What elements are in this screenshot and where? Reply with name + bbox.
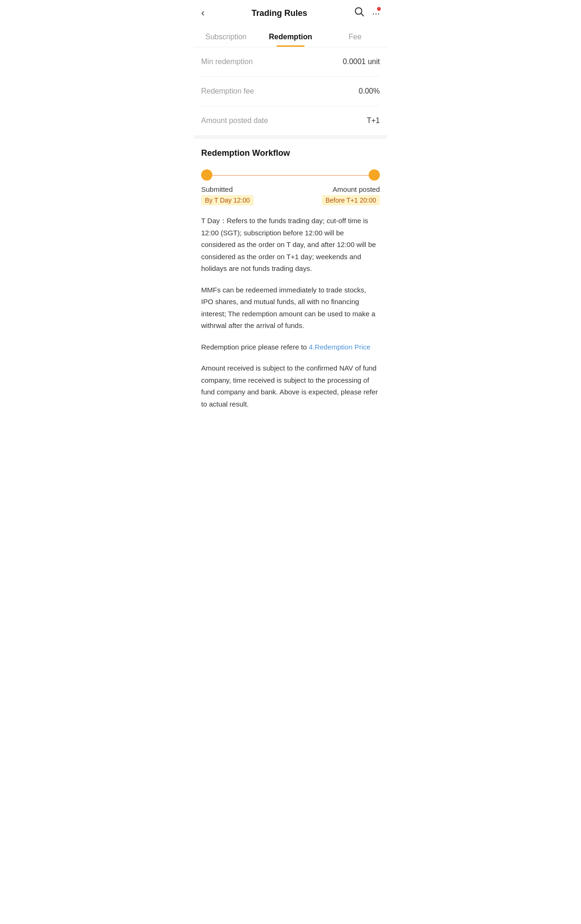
tab-fee[interactable]: Fee — [323, 26, 387, 47]
min-redemption-label: Min redemption — [201, 58, 253, 66]
amount-posted-row: Amount posted date T+1 — [201, 106, 380, 135]
page-title: Trading Rules — [252, 8, 307, 18]
search-button[interactable] — [354, 7, 364, 20]
description-section: T Day：Refers to the funds trading day; c… — [194, 205, 387, 419]
amount-posted-value: T+1 — [367, 116, 380, 125]
timeline-label-amount-posted: Amount posted Before T+1 20:00 — [322, 185, 380, 205]
tab-redemption[interactable]: Redemption — [258, 26, 323, 47]
timeline-dot-end — [369, 169, 380, 181]
redemption-fee-label: Redemption fee — [201, 87, 254, 95]
more-button[interactable]: ··· — [372, 8, 380, 19]
header-actions: ··· — [354, 7, 380, 20]
amount-posted-title: Amount posted — [322, 185, 380, 193]
timeline-dot-start — [201, 169, 212, 181]
timeline-dots — [201, 169, 380, 181]
tab-bar: Subscription Redemption Fee — [194, 26, 387, 47]
back-button[interactable]: ‹ — [201, 7, 204, 19]
info-section: Min redemption 0.0001 unit Redemption fe… — [194, 47, 387, 135]
timeline-label-submitted: Submitted By T Day 12:00 — [201, 185, 254, 205]
submitted-title: Submitted — [201, 185, 254, 193]
desc-para-1: T Day：Refers to the funds trading day; c… — [201, 215, 380, 275]
desc-para-2: MMFs can be redeemed immediately to trad… — [201, 284, 380, 332]
desc-para-3: Redemption price please refere to 4.Rede… — [201, 341, 380, 353]
timeline — [201, 169, 380, 181]
redemption-fee-row: Redemption fee 0.00% — [201, 77, 380, 106]
workflow-section: Redemption Workflow Submitted By T Day 1… — [194, 139, 387, 205]
search-icon — [354, 7, 364, 17]
redemption-fee-value: 0.00% — [359, 87, 380, 95]
workflow-title: Redemption Workflow — [201, 148, 380, 158]
amount-posted-label: Amount posted date — [201, 116, 268, 125]
amount-posted-sub: Before T+1 20:00 — [322, 195, 380, 205]
min-redemption-row: Min redemption 0.0001 unit — [201, 47, 380, 77]
notification-dot — [377, 7, 381, 11]
svg-line-1 — [361, 14, 364, 16]
min-redemption-value: 0.0001 unit — [343, 58, 380, 66]
header: ‹ Trading Rules ··· — [194, 0, 387, 26]
submitted-sub: By T Day 12:00 — [201, 195, 254, 205]
desc-para-4: Amount received is subject to the confir… — [201, 362, 380, 410]
timeline-labels: Submitted By T Day 12:00 Amount posted B… — [201, 185, 380, 205]
section-divider — [194, 135, 387, 139]
tab-subscription[interactable]: Subscription — [194, 26, 258, 47]
redemption-price-link[interactable]: 4.Redemption Price — [309, 343, 370, 351]
